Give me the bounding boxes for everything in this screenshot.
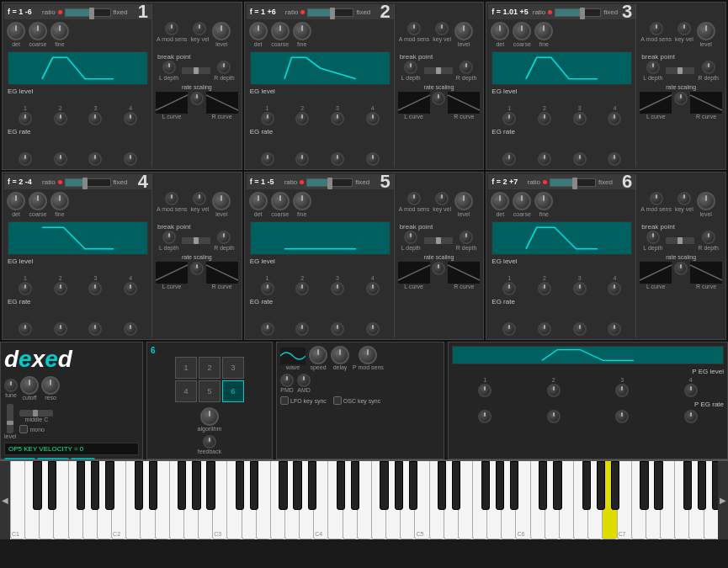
black-key-8[interactable] xyxy=(192,461,200,510)
algo-cell-4[interactable]: 4 xyxy=(175,380,197,402)
op1-level[interactable] xyxy=(212,22,231,40)
black-key-10[interactable] xyxy=(236,461,244,510)
black-key-11[interactable] xyxy=(250,461,258,510)
black-key-16[interactable] xyxy=(351,461,359,510)
algo-cell-3[interactable]: 3 xyxy=(222,357,244,379)
op1-coarse-knob[interactable] xyxy=(29,22,47,40)
piano-left-arrow[interactable]: ◀ xyxy=(0,461,10,539)
algo-cell-5[interactable]: 5 xyxy=(199,380,221,402)
peg-rate3[interactable] xyxy=(615,410,629,423)
black-key-15[interactable] xyxy=(337,461,345,510)
op1-ratescale[interactable] xyxy=(190,92,204,105)
black-key-12[interactable] xyxy=(279,461,287,510)
peg-level2[interactable] xyxy=(547,384,561,397)
reso-knob[interactable] xyxy=(41,376,60,395)
op1-eg-rate-label: EG rate xyxy=(8,128,148,135)
synth-container: f = 1 -6 ratio fixed 1 xyxy=(0,0,728,568)
op1-det-knob[interactable] xyxy=(7,22,25,40)
osc-key-sync-check[interactable] xyxy=(333,396,342,405)
lfo-wave-display xyxy=(280,348,306,364)
black-key-19[interactable] xyxy=(409,461,417,510)
pmod-sens-knob[interactable] xyxy=(359,346,377,364)
op1-eg-display xyxy=(8,51,148,85)
op1-egr1[interactable] xyxy=(19,152,32,166)
pmd-knob[interactable] xyxy=(280,374,294,387)
peg-level1[interactable] xyxy=(478,384,492,397)
peg-level4[interactable] xyxy=(684,384,698,397)
peg-rate1[interactable] xyxy=(478,410,492,423)
op5-status: OP5 KEY VELOCITY = 0 xyxy=(4,443,139,455)
op1-egl2[interactable] xyxy=(54,112,67,125)
algo-cell-1[interactable]: 1 xyxy=(175,357,197,379)
lfo-speed-knob[interactable] xyxy=(309,346,327,364)
black-key-17[interactable] xyxy=(380,461,388,510)
black-key-25[interactable] xyxy=(539,461,547,510)
algorithm-knob[interactable] xyxy=(200,407,219,426)
black-key-1[interactable] xyxy=(48,461,56,510)
op1-egr3[interactable] xyxy=(88,152,102,166)
black-key-31[interactable] xyxy=(654,461,662,510)
op1-egr4[interactable] xyxy=(124,152,137,166)
op1-fine-knob[interactable] xyxy=(50,22,69,40)
black-key-30[interactable] xyxy=(640,461,648,510)
op1-rdepth[interactable] xyxy=(217,61,231,74)
piano-keys[interactable]: C1C2C3C4C5C6C7 xyxy=(10,461,718,539)
black-key-13[interactable] xyxy=(293,461,301,510)
lfo-delay-knob[interactable] xyxy=(331,346,349,364)
op1-ldepth[interactable] xyxy=(162,61,176,74)
black-key-18[interactable] xyxy=(395,461,403,510)
black-key-28[interactable] xyxy=(597,461,605,510)
peg-rate2[interactable] xyxy=(547,410,561,423)
black-key-26[interactable] xyxy=(553,461,561,510)
black-key-20[interactable] xyxy=(438,461,446,510)
black-key-0[interactable] xyxy=(33,461,41,510)
operator-2: f = 1 +6 ratio fixed 2 xyxy=(244,2,485,170)
black-key-2[interactable] xyxy=(77,461,85,510)
black-key-34[interactable] xyxy=(712,461,718,510)
op1-det-label: det xyxy=(12,41,20,47)
lfo-key-sync-check[interactable] xyxy=(280,396,289,405)
cutoff-knob[interactable] xyxy=(20,376,39,395)
algo-cell-6[interactable]: 6 xyxy=(222,380,244,402)
black-key-27[interactable] xyxy=(582,461,591,510)
op1-break-slider[interactable] xyxy=(182,67,210,74)
algo-cell-2[interactable]: 2 xyxy=(199,357,221,379)
white-key-0[interactable]: C1 xyxy=(10,461,24,539)
op1-egl1[interactable] xyxy=(19,112,32,125)
black-key-3[interactable] xyxy=(91,461,99,510)
feedback-knob[interactable] xyxy=(203,435,216,449)
mono-checkbox[interactable] xyxy=(19,425,28,433)
black-key-9[interactable] xyxy=(206,461,215,510)
tune-knob[interactable] xyxy=(4,379,18,392)
black-key-14[interactable] xyxy=(308,461,316,510)
piano-right-arrow[interactable]: ▶ xyxy=(718,461,728,539)
black-key-33[interactable] xyxy=(698,461,706,510)
peg-level3[interactable] xyxy=(615,384,629,397)
operator-6: f = 2 +7 ratio fixed 6 det coarse fine xyxy=(486,172,726,340)
op1-egr2[interactable] xyxy=(54,152,67,166)
peg-rate4[interactable] xyxy=(684,410,698,423)
black-key-6[interactable] xyxy=(149,461,157,510)
black-key-32[interactable] xyxy=(683,461,692,510)
amd-knob[interactable] xyxy=(297,374,311,387)
op1-ratio-slider[interactable] xyxy=(65,8,111,17)
op1-egl3[interactable] xyxy=(88,112,102,125)
black-key-4[interactable] xyxy=(105,461,114,510)
op1-amodsens[interactable] xyxy=(165,22,178,35)
op1-egl4[interactable] xyxy=(124,112,137,125)
middle-c-slider[interactable] xyxy=(19,410,53,417)
black-key-7[interactable] xyxy=(178,461,186,510)
op2-fine-knob[interactable] xyxy=(293,22,311,40)
op1-keyvel[interactable] xyxy=(193,22,206,35)
black-key-22[interactable] xyxy=(481,461,490,510)
black-key-23[interactable] xyxy=(496,461,504,510)
black-key-29[interactable] xyxy=(611,461,619,510)
op2-coarse-knob[interactable] xyxy=(271,22,290,40)
op2-det-knob[interactable] xyxy=(249,22,268,40)
black-key-5[interactable] xyxy=(135,461,143,510)
black-key-24[interactable] xyxy=(510,461,518,510)
level-slider[interactable] xyxy=(7,404,13,433)
op2-ratio-slider[interactable] xyxy=(307,8,353,17)
op1-dcf-row: det coarse fine xyxy=(4,19,151,50)
black-key-21[interactable] xyxy=(452,461,460,510)
